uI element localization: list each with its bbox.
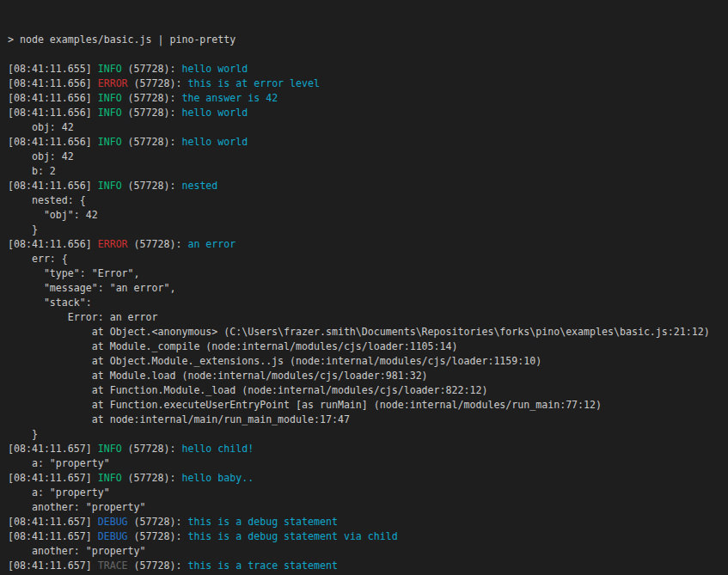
log-property-line: "stack":	[8, 296, 728, 310]
stack-trace-line: Error: an error	[8, 310, 728, 325]
log-line: [08:41:11.656] INFO (57728): hello world	[8, 135, 728, 150]
log-text: }	[8, 223, 38, 236]
log-text: at Module._compile (node:internal/module…	[8, 340, 458, 352]
stack-trace-line: at Object.<anonymous> (C:\Users\frazer.s…	[8, 325, 728, 339]
log-message: hello baby..	[181, 472, 254, 484]
log-property-line: a: "property"	[8, 456, 728, 471]
log-property-line: b: 2	[8, 164, 728, 179]
log-text: err: {	[8, 253, 68, 265]
log-text: obj: 42	[8, 150, 74, 162]
log-text: [08:41:11.656]	[8, 107, 98, 119]
log-message: hello child!	[181, 443, 254, 455]
log-text: "message": "an error",	[8, 282, 175, 294]
log-text: (57728):	[122, 443, 182, 455]
log-property-line: nested: {	[8, 193, 728, 208]
stack-trace-line: at Function.executeUserEntryPoint [as ru…	[8, 398, 728, 413]
log-text: (57728):	[128, 560, 188, 572]
log-text: (57728):	[128, 238, 188, 250]
log-text: "type": "Error",	[8, 267, 140, 279]
log-property-line: another: "property"	[8, 544, 728, 559]
log-text: (57728):	[122, 107, 182, 119]
log-text: at Object.<anonymous> (C:\Users\frazer.s…	[8, 326, 710, 338]
stack-trace-line: at Function.Module._load (node:internal/…	[8, 383, 728, 398]
command-line: > node examples/basic.js | pino-pretty	[8, 33, 728, 47]
log-level-info: INFO	[98, 472, 122, 484]
terminal-window[interactable]: > node examples/basic.js | pino-pretty […	[0, 0, 728, 575]
log-level-info: INFO	[98, 180, 122, 192]
log-text: [08:41:11.656]	[8, 238, 98, 250]
log-message: hello world	[181, 63, 248, 75]
log-text: "obj": 42	[8, 209, 98, 221]
log-message: hello world	[181, 107, 248, 119]
log-text: obj: 42	[8, 121, 74, 133]
log-text: a: "property"	[8, 486, 110, 499]
log-text: Error: an error	[8, 311, 158, 323]
log-text: (57728):	[122, 63, 182, 75]
log-line: [08:41:11.655] INFO (57728): hello world	[8, 62, 728, 76]
log-property-line: }	[8, 223, 728, 237]
log-text: [08:41:11.657]	[8, 516, 98, 528]
log-text: a: "property"	[8, 457, 110, 469]
log-text: [08:41:11.657]	[8, 443, 98, 455]
log-level-error: ERROR	[98, 77, 128, 89]
log-text: (57728):	[128, 516, 188, 528]
log-property-line: obj: 42	[8, 120, 728, 135]
log-message: this is a trace statement	[187, 560, 338, 572]
log-text: another: "property"	[8, 545, 146, 557]
log-text: [08:41:11.656]	[8, 180, 98, 192]
log-line: [08:41:11.656] ERROR (57728): this is at…	[8, 76, 728, 91]
log-level-info: INFO	[98, 136, 122, 148]
log-line: [08:41:11.656] INFO (57728): the answer …	[8, 91, 728, 106]
log-level-info: INFO	[98, 443, 122, 455]
log-text: b: 2	[8, 165, 56, 177]
log-text: (57728):	[128, 77, 188, 89]
log-message: the answer is 42	[181, 92, 278, 104]
log-text: [08:41:11.655]	[8, 63, 98, 75]
stack-trace-line: at Module.load (node:internal/modules/cj…	[8, 369, 728, 383]
log-text: at Object.Module._extensions..js (node:i…	[8, 355, 541, 367]
log-text: [08:41:11.656]	[8, 77, 98, 89]
log-text: at Function.executeUserEntryPoint [as ru…	[8, 399, 602, 411]
log-property-line: err: {	[8, 252, 728, 266]
terminal-output: > node examples/basic.js | pino-pretty […	[8, 33, 728, 575]
log-text: }	[8, 428, 38, 440]
log-text: at Function.Module._load (node:internal/…	[8, 384, 487, 396]
log-line: [08:41:11.656] INFO (57728): nested	[8, 179, 728, 193]
log-line: [08:41:11.657] DEBUG (57728): this is a …	[8, 515, 728, 529]
log-line: [08:41:11.657] TRACE (57728): this is a …	[8, 559, 728, 573]
log-text: [08:41:11.657]	[8, 530, 98, 542]
log-line: [08:41:11.656] ERROR (57728): an error	[8, 237, 728, 252]
log-text: (57728):	[122, 180, 182, 192]
log-level-debug: DEBUG	[98, 516, 128, 528]
log-property-line: another: "property"	[8, 500, 728, 515]
log-message: this is a debug statement	[187, 516, 338, 528]
log-text: (57728):	[122, 92, 182, 104]
log-text: another: "property"	[8, 501, 146, 513]
log-text: [08:41:11.657]	[8, 560, 98, 572]
log-level-info: INFO	[98, 92, 122, 104]
log-text: "stack":	[8, 297, 92, 309]
log-text: (57728):	[128, 530, 188, 542]
log-line: [08:41:11.657] DEBUG (57728): this is a …	[8, 529, 728, 544]
log-line: [08:41:11.657] INFO (57728): hello baby.…	[8, 471, 728, 486]
log-property-line: "type": "Error",	[8, 266, 728, 281]
log-property-line: }	[8, 427, 728, 442]
log-level-info: INFO	[98, 63, 122, 75]
log-text: (57728):	[122, 136, 182, 148]
stack-trace-line: at Object.Module._extensions..js (node:i…	[8, 354, 728, 369]
log-text: [08:41:11.656]	[8, 136, 98, 148]
stack-trace-line: at Module._compile (node:internal/module…	[8, 339, 728, 354]
log-level-info: INFO	[98, 107, 122, 119]
log-line: [08:41:11.656] INFO (57728): hello world	[8, 106, 728, 120]
stack-trace-line: at node:internal/main/run_main_module:17…	[8, 413, 728, 427]
log-level-debug: DEBUG	[98, 530, 128, 542]
log-property-line: obj: 42	[8, 150, 728, 164]
log-text: (57728):	[122, 472, 182, 484]
log-message: nested	[181, 180, 217, 192]
log-property-line: "message": "an error",	[8, 281, 728, 296]
log-message: hello world	[181, 136, 248, 148]
log-message: an error	[187, 238, 236, 250]
log-line: [08:41:11.657] INFO (57728): hello child…	[8, 442, 728, 456]
log-text: nested: {	[8, 194, 86, 206]
log-text: [08:41:11.657]	[8, 472, 98, 484]
